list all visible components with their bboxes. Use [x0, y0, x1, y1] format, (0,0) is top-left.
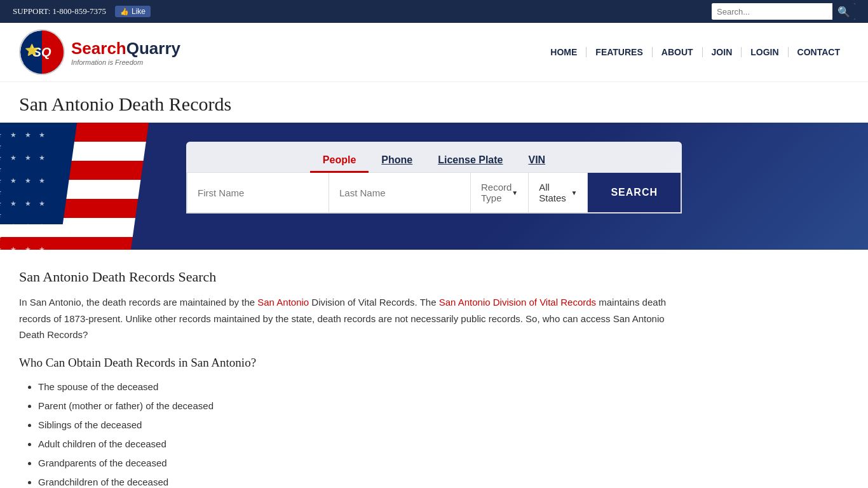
top-search-input[interactable]: [712, 3, 832, 20]
record-type-arrow: ▼: [512, 189, 518, 196]
search-container: People Phone License Plate VIN Record Ty…: [186, 142, 682, 214]
page-title: San Antonio Death Records: [19, 93, 849, 115]
flag-decoration: ★ ★ ★ ★ ★★ ★ ★ ★ ★★ ★ ★ ★ ★★ ★ ★ ★ ★★ ★ …: [0, 123, 191, 250]
list-item: Grandchildren of the deceased: [38, 473, 680, 489]
nav-contact[interactable]: CONTACT: [789, 47, 849, 57]
search-row: Record Type ▼ All States ▼ SEARCH: [186, 172, 682, 214]
section1-p1-prefix: In San Antonio, the death records are ma…: [19, 297, 257, 308]
support-label: SUPPORT:: [13, 6, 50, 16]
san-antonio-link1[interactable]: San Antonio: [257, 297, 309, 308]
thumb-icon: 👍: [120, 8, 129, 16]
main-content: San Antonio Death Records Search In San …: [0, 250, 699, 488]
logo-link[interactable]: SQ ⭐ SearchQuarry Information is Freedom: [19, 29, 180, 75]
section1-paragraph: In San Antonio, the death records are ma…: [19, 294, 680, 343]
top-search-bar[interactable]: 🔍: [712, 3, 855, 20]
states-dropdown[interactable]: All States ▼: [529, 173, 588, 212]
states-label: All States: [539, 182, 571, 203]
list-item: Grandparents of the deceased: [38, 454, 680, 473]
header: SQ ⭐ SearchQuarry Information is Freedom…: [0, 23, 868, 82]
main-nav: HOME FEATURES ABOUT JOIN LOGIN CONTACT: [541, 47, 849, 57]
search-button[interactable]: SEARCH: [588, 173, 681, 212]
san-antonio-link2[interactable]: San Antonio Division of Vital Records: [439, 297, 596, 308]
support-phone[interactable]: 1-800-859-7375: [53, 6, 107, 16]
support-text: SUPPORT: 1-800-859-7375: [13, 6, 106, 17]
top-search-button[interactable]: 🔍: [832, 3, 855, 20]
search-tabs: People Phone License Plate VIN: [186, 142, 682, 172]
fb-like-label: Like: [132, 7, 146, 16]
logo-red-part: Search: [71, 39, 126, 58]
list-item: Parent (mother or father) of the decease…: [38, 396, 680, 416]
logo-text: SearchQuarry Information is Freedom: [71, 39, 180, 66]
fb-like-button[interactable]: 👍 Like: [115, 6, 151, 17]
tab-phone[interactable]: Phone: [369, 149, 425, 173]
tab-vin[interactable]: VIN: [515, 149, 558, 173]
last-name-input[interactable]: [329, 173, 471, 212]
logo-tagline: Information is Freedom: [71, 58, 180, 66]
list-item: The spouse of the deceased: [38, 377, 680, 396]
logo-circle: SQ ⭐: [19, 29, 65, 75]
states-arrow: ▼: [571, 189, 578, 196]
flag-stars: ★ ★ ★ ★ ★★ ★ ★ ★ ★★ ★ ★ ★ ★★ ★ ★ ★ ★★ ★ …: [0, 125, 67, 224]
who-can-obtain-list: The spouse of the deceased Parent (mothe…: [38, 377, 680, 489]
logo-blue-part: Quarry: [126, 39, 180, 58]
first-name-input[interactable]: [187, 173, 329, 212]
section1-heading: San Antonio Death Records Search: [19, 269, 680, 285]
nav-about[interactable]: ABOUT: [653, 47, 703, 57]
record-type-label: Record Type: [481, 182, 512, 203]
nav-join[interactable]: JOIN: [703, 47, 742, 57]
top-bar: SUPPORT: 1-800-859-7375 👍 Like 🔍: [0, 0, 868, 23]
nav-home[interactable]: HOME: [541, 47, 587, 57]
tab-license-plate[interactable]: License Plate: [425, 149, 515, 173]
logo-icon: SQ ⭐: [19, 29, 65, 75]
section2-heading: Who Can Obtain Death Records in San Anto…: [19, 356, 680, 370]
tab-people[interactable]: People: [310, 149, 369, 173]
nav-login[interactable]: LOGIN: [742, 47, 788, 57]
record-type-dropdown[interactable]: Record Type ▼: [471, 173, 529, 212]
hero-banner: ★ ★ ★ ★ ★★ ★ ★ ★ ★★ ★ ★ ★ ★★ ★ ★ ★ ★★ ★ …: [0, 123, 868, 250]
nav-features[interactable]: FEATURES: [587, 47, 652, 57]
list-item: Siblings of the deceased: [38, 416, 680, 435]
top-bar-left: SUPPORT: 1-800-859-7375 👍 Like: [13, 6, 151, 17]
page-title-section: San Antonio Death Records: [0, 82, 868, 123]
section1-p1-mid: Division of Vital Records. The: [309, 297, 439, 308]
list-item: Adult children of the deceased: [38, 435, 680, 454]
logo-name: SearchQuarry: [71, 39, 180, 58]
